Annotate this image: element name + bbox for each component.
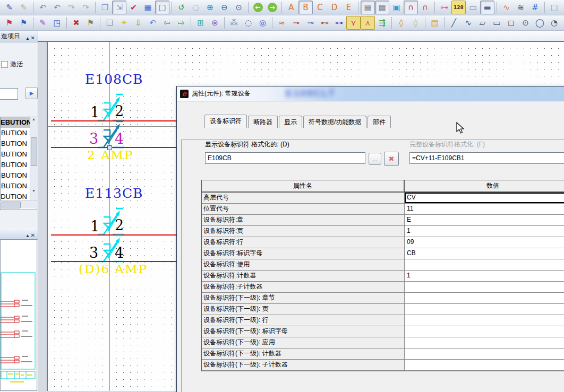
dialog-tab[interactable]: 显示: [279, 116, 302, 128]
redo-point-icon[interactable]: ↷: [79, 1, 93, 14]
panel-collapse-icon[interactable]: ▴: [27, 232, 31, 238]
panel-close-icon[interactable]: ✕: [31, 35, 37, 41]
placeholder-circle2-icon[interactable]: ◎: [255, 16, 270, 30]
select-area-icon[interactable]: ▢: [547, 1, 561, 14]
draw-polygon-icon[interactable]: ▱: [475, 16, 490, 30]
property-name-cell[interactable]: 设备标识符:计数器: [202, 271, 405, 281]
column-header-value[interactable]: 数值: [405, 180, 564, 191]
tree-vertical-scrollbar[interactable]: ▲▼: [30, 117, 37, 200]
device-tag[interactable]: E113CB: [85, 186, 143, 201]
potential-icon[interactable]: ◊: [394, 16, 408, 30]
interruption-in-icon[interactable]: ⋏: [361, 16, 375, 30]
panel-close-icon[interactable]: ✕: [31, 232, 37, 238]
property-row[interactable]: 设备标识符(下一级): 章节: [202, 293, 564, 304]
next-icon[interactable]: ⇨: [174, 16, 189, 30]
property-row[interactable]: 位置代号 11: [202, 204, 564, 215]
page-preview[interactable]: [0, 239, 37, 391]
draw-line-icon[interactable]: ╱: [447, 16, 461, 30]
preview-panel-title[interactable]: ▴✕: [0, 228, 38, 240]
placeholder-circle-icon[interactable]: ◌: [241, 16, 255, 30]
navigator-d-icon[interactable]: D: [327, 1, 341, 14]
property-value-cell[interactable]: 09: [405, 237, 564, 248]
dialog-tab[interactable]: 设备标识符: [204, 115, 247, 128]
browse-button[interactable]: ...: [369, 153, 381, 165]
property-value-cell[interactable]: CV: [405, 193, 564, 203]
monitor-icon[interactable]: ▢: [155, 1, 169, 14]
interruption-out-icon[interactable]: ⋎: [346, 16, 361, 30]
chain-icon[interactable]: ⇶: [375, 16, 389, 30]
property-value-cell[interactable]: 11: [405, 204, 564, 214]
prev-icon[interactable]: ⇦: [160, 16, 174, 30]
assign-icon[interactable]: ◳: [50, 16, 64, 30]
property-row[interactable]: 设备标识符(下一级): 应用: [202, 337, 564, 349]
potential-gray-icon[interactable]: ◊: [408, 16, 423, 30]
property-name-cell[interactable]: 设备标识符:章: [202, 215, 405, 225]
navigator-c-icon[interactable]: C: [313, 1, 327, 14]
group-gears-icon[interactable]: ⁂: [227, 16, 241, 30]
draw-arc-c-icon[interactable]: ◠: [561, 16, 564, 30]
property-value-cell[interactable]: [405, 349, 564, 359]
navigator-e-icon[interactable]: E: [341, 1, 356, 14]
stretch-icon[interactable]: ✕: [561, 1, 564, 14]
display-box-icon[interactable]: ▬: [480, 1, 494, 14]
property-row[interactable]: 设备标识符:章 E: [202, 215, 564, 226]
column-header-property[interactable]: 属性名: [202, 180, 405, 191]
zoom-100-icon[interactable]: ⊙: [232, 1, 246, 14]
property-row[interactable]: 设备标识符:页 1: [202, 226, 564, 237]
property-name-cell[interactable]: 设备标识符:标识字母: [202, 248, 405, 259]
panel-layout-icon[interactable]: ▤: [428, 16, 442, 30]
property-name-cell[interactable]: 设备标识符:子计数器: [202, 282, 405, 292]
navigator-b-icon[interactable]: B: [298, 1, 313, 14]
panel-collapse-icon[interactable]: ▴: [27, 35, 31, 41]
grid-snap-icon[interactable]: ▩: [375, 1, 389, 14]
property-name-cell[interactable]: 设备标识符(下一级): 标识字母: [202, 326, 405, 337]
property-row[interactable]: 设备标识符:行 09: [202, 237, 564, 248]
property-row[interactable]: 设备标识符:计数器 1: [202, 271, 564, 282]
property-row[interactable]: 设备标识符:使用: [202, 259, 564, 271]
undo-point-icon[interactable]: ↶: [36, 1, 50, 14]
insert-grid-icon[interactable]: ▦: [141, 1, 155, 14]
delete-identifier-button[interactable]: ✖: [384, 152, 399, 166]
draw-polyline-icon[interactable]: ∿: [461, 16, 475, 30]
window-cascade-icon[interactable]: ❐: [98, 1, 112, 14]
full-dt-field[interactable]: [409, 152, 564, 164]
connection-def2-icon[interactable]: ⊸: [303, 16, 318, 30]
property-value-cell[interactable]: CB: [405, 248, 564, 259]
property-name-cell[interactable]: 设备标识符:行: [202, 237, 405, 248]
property-value-cell[interactable]: [405, 259, 564, 270]
property-row[interactable]: 高层代号 CV: [202, 193, 564, 204]
graphic-preview-icon[interactable]: ⇲: [112, 1, 126, 14]
property-value-cell[interactable]: E: [405, 215, 564, 225]
property-value-cell[interactable]: [405, 315, 564, 326]
terminal-box-icon[interactable]: ▭: [466, 1, 480, 14]
property-name-cell[interactable]: 设备标识符:页: [202, 226, 405, 237]
format-paint-gray-icon[interactable]: ✎: [16, 1, 31, 14]
draw-circle-icon[interactable]: ⊙: [518, 16, 533, 30]
activate-checkbox[interactable]: [1, 61, 8, 68]
page-back-icon[interactable]: ←: [251, 1, 265, 14]
property-name-cell[interactable]: 设备标识符(下一级): 行: [202, 315, 405, 326]
page-forward-icon[interactable]: →: [265, 1, 279, 14]
property-row[interactable]: 设备标识符(下一级): 页: [202, 304, 564, 315]
object-snap-icon[interactable]: ▣: [389, 1, 404, 14]
undo-icon[interactable]: ↶: [50, 1, 64, 14]
delete-marker-icon[interactable]: ✖: [69, 16, 83, 30]
property-row[interactable]: 设备标识符:子计数器: [202, 282, 564, 293]
tree-horizontal-scrollbar[interactable]: [0, 201, 37, 208]
property-row[interactable]: 设备标识符(下一级): 计数器: [202, 349, 564, 360]
property-row[interactable]: 设备标识符(下一级): 行: [202, 315, 564, 326]
navigator-a-icon[interactable]: A: [284, 1, 298, 14]
device-navigator-icon[interactable]: ⊞: [193, 16, 208, 30]
filter-input[interactable]: [0, 88, 18, 100]
format-paint-icon[interactable]: ✎: [2, 1, 16, 14]
property-value-cell[interactable]: 1: [405, 226, 564, 237]
property-row[interactable]: 设备标识符(下一级): 标识字母: [202, 326, 564, 337]
back-curve-icon[interactable]: ↶: [146, 16, 160, 30]
display-dt-input[interactable]: [205, 152, 365, 164]
zoom-in-icon[interactable]: ⊕: [203, 1, 217, 14]
draw-rectangle-icon[interactable]: ▭: [490, 16, 504, 30]
edit-properties-icon[interactable]: ✎: [36, 16, 50, 30]
connection-def4-icon[interactable]: ⊶: [332, 16, 346, 30]
property-value-cell[interactable]: [405, 337, 564, 348]
check-red-icon[interactable]: ✔: [126, 1, 141, 14]
